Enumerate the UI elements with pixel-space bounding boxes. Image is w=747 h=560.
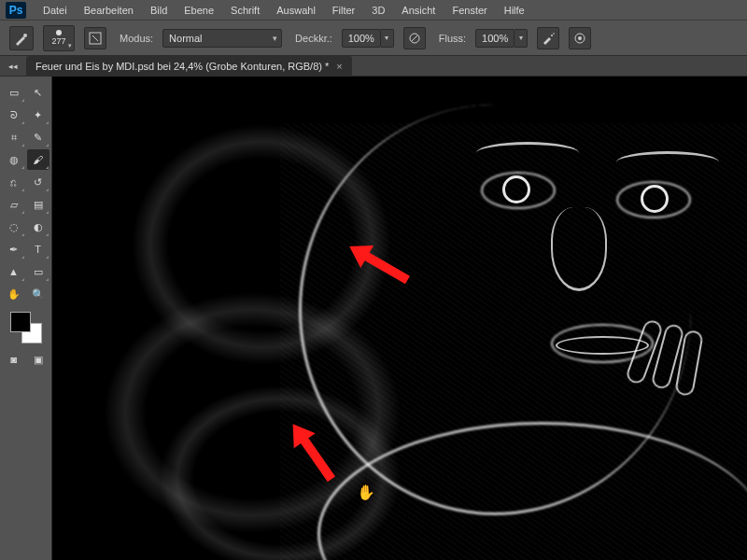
svg-point-5 xyxy=(553,33,555,35)
tool-dodge[interactable]: ◐ xyxy=(27,217,49,237)
document-tab-strip: ◂◂ Feuer und Eis by MDI.psd bei 24,4% (G… xyxy=(0,56,747,77)
type-icon: T xyxy=(35,244,41,255)
menu-select[interactable]: Auswahl xyxy=(269,2,323,19)
svg-line-2 xyxy=(92,35,98,41)
cursor-hand-icon: ✋ xyxy=(357,483,375,501)
menu-file[interactable]: Datei xyxy=(35,2,75,19)
airbrush-icon xyxy=(542,32,555,45)
path-select-icon: ▲ xyxy=(8,266,19,277)
tool-eyedropper[interactable]: ✎ xyxy=(27,127,49,147)
collapse-panels-button[interactable]: ◂◂ xyxy=(6,59,21,74)
quick-mask-toggle[interactable]: ◙ xyxy=(3,349,25,370)
pressure-opacity-toggle[interactable] xyxy=(403,27,426,49)
tool-crop[interactable]: ⌗ xyxy=(3,127,25,147)
flow-stepper[interactable]: ▾ xyxy=(514,29,528,48)
screen-mode-toggle[interactable]: ▣ xyxy=(27,349,49,370)
canvas-area[interactable]: ✋ xyxy=(52,77,747,560)
tablet-pressure-icon xyxy=(408,32,421,45)
toolbox: ▭ ↖ ᘐ ✦ ⌗ ✎ ◍ 🖌 ⎌ ↺ ▱ ▤ ◌ ◐ ✒ T ▲ ▭ ✋ 🔍 … xyxy=(0,77,52,560)
canvas-artwork xyxy=(243,86,747,560)
mode-label: Modus: xyxy=(120,33,153,44)
screen-mode-icon: ▣ xyxy=(34,354,43,366)
tool-eraser[interactable]: ▱ xyxy=(3,194,25,215)
foreground-color-swatch[interactable] xyxy=(10,312,31,332)
svg-point-7 xyxy=(578,36,582,40)
close-tab-button[interactable]: × xyxy=(336,61,342,72)
history-brush-icon: ↺ xyxy=(34,176,42,189)
move-icon: ↖ xyxy=(34,87,42,99)
tool-marquee[interactable]: ▭ xyxy=(3,82,25,103)
tool-spot-heal[interactable]: ◍ xyxy=(3,149,25,170)
magic-wand-icon: ✦ xyxy=(34,109,42,121)
menu-layer[interactable]: Ebene xyxy=(176,2,221,19)
tool-history-brush[interactable]: ↺ xyxy=(27,172,49,192)
hand-icon: ✋ xyxy=(7,288,21,301)
options-bar: 277 ▾ Modus: Normal Deckkr.: 100% ▾ Flus… xyxy=(0,21,747,56)
color-swatches[interactable] xyxy=(10,312,42,343)
quick-mask-icon: ◙ xyxy=(10,354,17,365)
clone-stamp-icon: ⎌ xyxy=(10,176,17,188)
menu-filter[interactable]: Filter xyxy=(325,2,362,19)
tool-magic-wand[interactable]: ✦ xyxy=(27,105,49,125)
tool-pen[interactable]: ✒ xyxy=(3,239,25,259)
gradient-icon: ▤ xyxy=(34,199,43,211)
marquee-icon: ▭ xyxy=(9,87,19,99)
lasso-icon: ᘐ xyxy=(10,109,18,121)
brush-panel-icon xyxy=(89,32,102,45)
workspace: ▭ ↖ ᘐ ✦ ⌗ ✎ ◍ 🖌 ⎌ ↺ ▱ ▤ ◌ ◐ ✒ T ▲ ▭ ✋ 🔍 … xyxy=(0,77,747,560)
tool-gradient[interactable]: ▤ xyxy=(27,194,49,215)
tool-shape[interactable]: ▭ xyxy=(27,261,49,282)
dodge-icon: ◐ xyxy=(34,221,43,233)
menu-view[interactable]: Ansicht xyxy=(394,2,443,19)
document-tab[interactable]: Feuer und Eis by MDI.psd bei 24,4% (Grob… xyxy=(26,56,352,77)
blur-icon: ◌ xyxy=(9,221,19,233)
brush-icon xyxy=(14,31,29,46)
document-canvas[interactable]: ✋ xyxy=(52,77,747,560)
tool-path-select[interactable]: ▲ xyxy=(3,261,25,282)
tool-lasso[interactable]: ᘐ xyxy=(3,105,25,125)
brush-preset-picker[interactable]: 277 ▾ xyxy=(43,25,75,51)
eyedropper-icon: ✎ xyxy=(34,132,42,144)
brush-size-value: 277 xyxy=(51,36,65,46)
brush-panel-toggle[interactable] xyxy=(84,27,106,49)
tool-zoom[interactable]: 🔍 xyxy=(27,284,49,304)
brush-icon: 🖌 xyxy=(33,154,43,165)
blend-mode-value: Normal xyxy=(169,33,202,44)
target-icon xyxy=(573,32,586,45)
brush-dot-icon xyxy=(56,30,62,35)
eraser-icon: ▱ xyxy=(10,199,18,211)
tool-brush[interactable]: 🖌 xyxy=(27,149,49,170)
menu-3d[interactable]: 3D xyxy=(364,2,392,19)
menu-window[interactable]: Fenster xyxy=(444,2,494,19)
tool-clone-stamp[interactable]: ⎌ xyxy=(3,172,25,192)
menu-bar: Ps Datei Bearbeiten Bild Ebene Schrift A… xyxy=(0,0,747,21)
menu-image[interactable]: Bild xyxy=(143,2,175,19)
opacity-stepper[interactable]: ▾ xyxy=(381,29,394,48)
svg-point-4 xyxy=(551,35,553,36)
blend-mode-select[interactable]: Normal xyxy=(162,29,282,48)
menu-edit[interactable]: Bearbeiten xyxy=(77,2,141,19)
pressure-size-toggle[interactable] xyxy=(569,27,591,49)
crop-icon: ⌗ xyxy=(11,132,17,144)
pen-icon: ✒ xyxy=(9,244,18,256)
tool-move[interactable]: ↖ xyxy=(27,82,49,103)
tool-hand[interactable]: ✋ xyxy=(3,284,25,304)
rectangle-icon: ▭ xyxy=(34,266,43,278)
chevron-down-icon: ▾ xyxy=(68,42,72,49)
flow-input[interactable]: 100% xyxy=(475,29,514,48)
opacity-label: Deckkr.: xyxy=(295,33,332,44)
tool-blur[interactable]: ◌ xyxy=(3,217,25,237)
menu-type[interactable]: Schrift xyxy=(223,2,267,19)
spot-heal-icon: ◍ xyxy=(9,154,19,166)
menu-help[interactable]: Hilfe xyxy=(497,2,532,19)
tool-type[interactable]: T xyxy=(27,239,49,259)
document-tab-title: Feuer und Eis by MDI.psd bei 24,4% (Grob… xyxy=(35,61,329,72)
opacity-input[interactable]: 100% xyxy=(342,29,381,48)
tool-preset-picker[interactable] xyxy=(9,26,34,50)
app-logo: Ps xyxy=(6,2,26,19)
flow-label: Fluss: xyxy=(439,33,466,44)
svg-point-0 xyxy=(23,34,27,37)
zoom-icon: 🔍 xyxy=(32,288,45,301)
airbrush-toggle[interactable] xyxy=(537,27,559,49)
